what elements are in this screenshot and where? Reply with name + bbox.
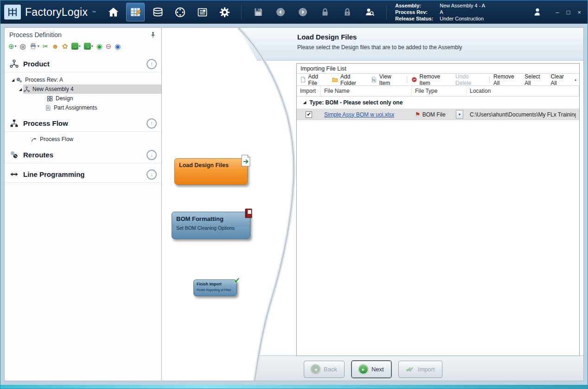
toolbar-separator xyxy=(241,5,242,19)
tree-item-new-assembly[interactable]: ◢ New Assembly 4 xyxy=(5,84,161,94)
unlock-icon[interactable] xyxy=(338,3,357,21)
section-process-flow[interactable]: Process Flow ↑ xyxy=(5,115,161,132)
pin-icon[interactable] xyxy=(149,31,157,39)
section-product-label: Product xyxy=(23,60,50,68)
tree-item-part-assignments[interactable]: Part Assignments xyxy=(5,103,161,112)
save-icon[interactable] xyxy=(249,3,268,21)
section-reroutes[interactable]: Reroutes ↓ xyxy=(5,147,161,163)
record-icon[interactable]: ◉ xyxy=(115,43,121,50)
dispatch-compass-icon[interactable] xyxy=(171,3,189,21)
operator-icon[interactable]: ☻ xyxy=(51,43,59,50)
minimize-button[interactable]: – xyxy=(556,9,559,15)
column-file-name[interactable]: File Name xyxy=(321,86,412,96)
remove-all-button[interactable]: Remove All xyxy=(493,73,521,86)
toolbar-overflow-icon[interactable]: ▴ xyxy=(575,78,576,82)
add-file-button[interactable]: Add File xyxy=(300,73,328,86)
bom-flag-icon: ⚑ xyxy=(415,111,421,118)
group-header-bom[interactable]: ◢ Type: BOM - Please select only one xyxy=(297,97,579,108)
add-folder-button[interactable]: Add Folder xyxy=(332,73,367,86)
export-template-icon[interactable]: →▾ xyxy=(84,43,93,50)
design-icon xyxy=(46,95,53,102)
flower-icon[interactable]: ✿ xyxy=(62,43,68,50)
tree-item-process-rev[interactable]: ◢ Process Rev: A xyxy=(5,75,161,84)
collapse-product-icon[interactable]: ↑ xyxy=(147,59,157,69)
close-button[interactable]: × xyxy=(577,9,581,15)
print-caret-icon: ▾ xyxy=(38,45,39,48)
step-title: Load Design Files xyxy=(179,162,243,169)
collapse-process-flow-icon[interactable]: ↑ xyxy=(147,118,157,129)
reports-icon[interactable] xyxy=(193,3,211,21)
assembly-icon xyxy=(23,86,30,93)
column-import[interactable]: Import xyxy=(297,86,321,96)
remove-item-icon xyxy=(411,76,418,83)
back-button[interactable]: ◄ Back xyxy=(304,361,345,378)
step-title: Finish Import xyxy=(197,282,234,286)
attach-icon[interactable]: ◎ xyxy=(20,43,26,50)
expander-icon[interactable]: ◢ xyxy=(18,87,23,91)
process-definition-tree: Product ↑ ◢ Process Rev: A ◢ New Assembl… xyxy=(5,53,161,381)
file-name-link[interactable]: Simple Assy BOM w uoi.xlsx xyxy=(324,111,394,118)
tree-item-process-flow[interactable]: Process Flow xyxy=(5,135,161,144)
section-product[interactable]: Product ↑ xyxy=(5,56,161,72)
clear-all-button[interactable]: Clear All xyxy=(550,73,571,86)
file-location: C:\Users\ahunt\Documents\My FLx Training… xyxy=(470,111,576,118)
app-body: Process Definition ⊕▾ ◎ ▾ ✂ ☻ ✿ →▾ →▾ ◉ … xyxy=(0,24,588,385)
import-button[interactable]: ✔✔ Import xyxy=(398,361,442,378)
process-definition-tab-icon[interactable] xyxy=(126,3,145,21)
materials-database-icon[interactable] xyxy=(148,3,167,21)
step-bom-formatting[interactable]: BOM Formatting Set BOM Cleaning Options xyxy=(172,212,250,239)
flow-arrow-icon xyxy=(31,136,38,143)
undo-delete-button[interactable]: Undo Delete xyxy=(455,73,486,86)
trademark: ™ xyxy=(92,10,96,14)
process-rev-label: Process Rev: xyxy=(395,9,436,15)
select-all-button[interactable]: Select All xyxy=(524,73,547,86)
line-programming-icon xyxy=(9,169,19,179)
stop-icon[interactable]: ⊖ xyxy=(106,43,112,50)
remove-item-button[interactable]: Remove Item xyxy=(411,73,452,86)
expander-icon[interactable]: ◢ xyxy=(10,78,16,82)
brand-name: FactoryLogix xyxy=(25,6,88,19)
tree-item-design[interactable]: Design xyxy=(5,94,161,103)
view-item-button[interactable]: View Item xyxy=(371,73,403,86)
step-finish-import[interactable]: Finish Import Finish Importing of Files … xyxy=(193,279,237,296)
column-location[interactable]: Location xyxy=(467,86,579,96)
file-list-title: Importing File List xyxy=(297,64,579,73)
home-icon[interactable] xyxy=(104,3,122,21)
panel-header: Process Definition xyxy=(5,28,161,40)
group-expander-icon[interactable]: ◢ xyxy=(303,100,306,104)
process-rev-value: A xyxy=(440,9,485,15)
add-step-icon[interactable]: ⊕▾ xyxy=(8,43,17,50)
part-assignments-icon xyxy=(45,104,51,111)
tree-item-label: Process Flow xyxy=(40,136,73,143)
nav-forward-icon[interactable] xyxy=(294,3,312,21)
step-load-design-files[interactable]: Load Design Files xyxy=(174,158,248,185)
settings-gear-icon[interactable] xyxy=(215,3,234,21)
import-template-icon[interactable]: →▾ xyxy=(71,43,81,50)
page-subtitle: Please select the Design files that are … xyxy=(297,44,462,51)
nav-back-icon[interactable] xyxy=(271,3,290,21)
accent-strip xyxy=(0,385,588,389)
next-button[interactable]: ► Next xyxy=(352,361,391,378)
expand-reroutes-icon[interactable]: ↓ xyxy=(147,150,157,160)
tree-item-label: Part Assignments xyxy=(54,104,97,111)
bom-book-icon xyxy=(243,208,254,221)
start-icon[interactable]: ◉ xyxy=(96,43,102,50)
titlebar: FactoryLogix ™ xyxy=(0,0,588,24)
expand-line-programming-icon[interactable]: ↓ xyxy=(147,169,157,180)
release-status-value: Under Construction xyxy=(440,15,485,22)
find-user-icon[interactable] xyxy=(360,3,379,21)
maximize-button[interactable]: □ xyxy=(567,9,570,15)
import-checkbox[interactable]: ✔ xyxy=(306,111,312,118)
wizard-header: Load Design Files Please select the Desi… xyxy=(297,33,462,51)
section-line-programming[interactable]: Line Programming ↓ xyxy=(5,166,161,183)
file-type-dropdown[interactable]: ▾ xyxy=(456,110,463,119)
lock-icon[interactable] xyxy=(316,3,334,21)
logout-user-icon[interactable] xyxy=(529,3,547,21)
cut-icon[interactable]: ✂ xyxy=(43,43,49,50)
print-icon[interactable]: ▾ xyxy=(29,42,39,50)
check-icon: ✔ xyxy=(307,111,311,117)
column-file-type[interactable]: File Type xyxy=(412,86,467,96)
file-row[interactable]: ✔ Simple Assy BOM w uoi.xlsx ⚑ BOM File … xyxy=(297,109,579,120)
tree-item-label: Design xyxy=(56,95,73,102)
toolbar-separator xyxy=(386,5,387,19)
